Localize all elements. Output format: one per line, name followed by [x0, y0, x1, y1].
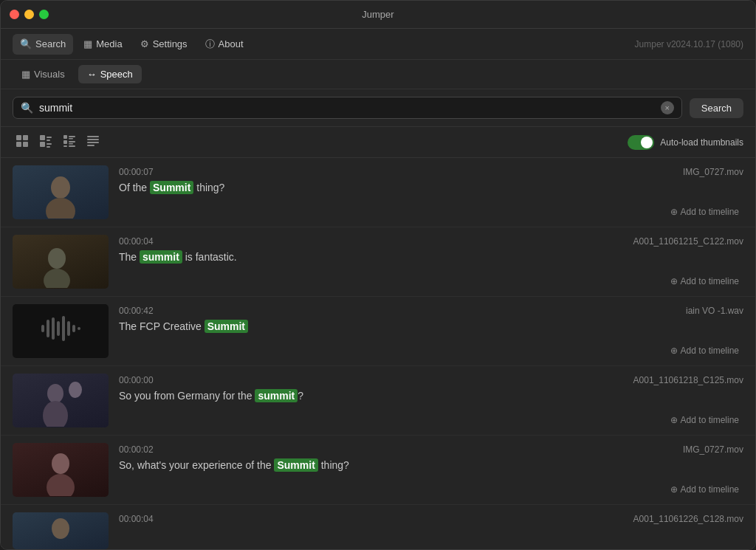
result-meta-row: 00:00:07 IMG_0727.mov: [119, 167, 743, 177]
svg-point-40: [52, 518, 69, 539]
navbar: 🔍 Search ▦ Media ⚙ Settings ⓘ About Jump…: [1, 29, 755, 60]
add-timeline-button[interactable]: ⊕ Add to timeline: [666, 482, 743, 497]
text-before: Of the: [119, 182, 150, 193]
thumb-video-content: [13, 443, 109, 497]
svg-rect-10: [63, 135, 67, 139]
search-input[interactable]: [39, 102, 655, 114]
result-text: The summit is fantastic.: [119, 250, 743, 265]
add-timeline-icon: ⊕: [670, 207, 678, 217]
thumb-video-content: [13, 512, 109, 549]
highlight-word: Summit: [205, 320, 248, 333]
result-meta-row: 00:00:42 iain VO -1.wav: [119, 306, 743, 316]
visuals-tab-label: Visuals: [34, 69, 65, 80]
result-meta-row: 00:00:04 A001_11061215_C122.mov: [119, 236, 743, 247]
svg-rect-28: [47, 320, 49, 337]
nav-search[interactable]: 🔍 Search: [13, 34, 73, 55]
view-list2-button[interactable]: [60, 131, 79, 153]
speech-tab-icon: ↔: [87, 69, 97, 80]
result-text: So, what's your experience of the Summit…: [119, 458, 743, 473]
svg-rect-8: [47, 143, 52, 145]
text-after: is fantastic.: [182, 251, 237, 263]
result-content: 00:00:04 A001_11061226_C128.mov: [119, 512, 743, 549]
svg-rect-1: [23, 135, 28, 140]
maximize-button[interactable]: [39, 10, 49, 19]
add-timeline-label: Add to timeline: [681, 346, 739, 356]
media-nav-icon: ▦: [83, 38, 92, 49]
result-item[interactable]: 00:00:02 IMG_0727.mov So, what's your ex…: [1, 436, 755, 505]
result-item[interactable]: 00:00:04 A001_11061215_C122.mov The summ…: [1, 227, 755, 297]
result-text: Of the Summit thing?: [119, 180, 743, 196]
visuals-tab-icon: ▦: [21, 69, 30, 80]
svg-rect-12: [69, 138, 73, 140]
result-item[interactable]: 00:00:04 A001_11061226_C128.mov: [1, 505, 755, 550]
add-timeline-label: Add to timeline: [681, 415, 739, 425]
svg-rect-15: [69, 143, 73, 145]
text-before: So you from Germany for the: [119, 390, 255, 402]
svg-point-36: [43, 401, 68, 427]
tab-visuals[interactable]: ▦ Visuals: [13, 65, 74, 83]
svg-rect-5: [47, 137, 52, 138]
nav-media-label: Media: [96, 38, 122, 49]
autoload-toggle[interactable]: [628, 135, 654, 150]
result-filename: A001_11061226_C128.mov: [633, 514, 743, 524]
result-time: 00:00:04: [119, 236, 154, 247]
add-timeline-button[interactable]: ⊕ Add to timeline: [666, 274, 743, 289]
thumbnail: [13, 443, 109, 497]
add-timeline-button[interactable]: ⊕ Add to timeline: [666, 204, 743, 219]
view-list3-button[interactable]: [83, 131, 103, 153]
add-timeline-icon: ⊕: [670, 346, 678, 356]
add-timeline-button[interactable]: ⊕ Add to timeline: [666, 343, 743, 358]
svg-point-38: [52, 453, 69, 474]
thumb-video-content: [13, 165, 109, 219]
autoload-toggle-wrap: Auto-load thumbnails: [628, 135, 743, 150]
text-before: So, what's your experience of the: [119, 459, 274, 471]
highlight-word: summit: [255, 389, 298, 402]
result-filename: iain VO -1.wav: [686, 306, 743, 316]
add-timeline-icon: ⊕: [670, 276, 678, 286]
thumbnail: [13, 304, 109, 358]
result-time: 00:00:04: [119, 514, 154, 524]
app-title: Jumper: [362, 9, 394, 20]
view-list1-button[interactable]: [36, 131, 55, 153]
result-text: The FCP Creative Summit: [119, 319, 743, 334]
speech-tab-label: Speech: [100, 69, 133, 80]
view-grid-button[interactable]: [13, 131, 32, 153]
svg-rect-18: [87, 136, 99, 137]
clear-search-button[interactable]: ×: [661, 101, 674, 114]
result-content: 00:00:00 A001_11061218_C125.mov So you f…: [119, 374, 743, 427]
result-filename: A001_11061218_C125.mov: [633, 375, 743, 385]
highlight-word: Summit: [150, 181, 193, 194]
search-icon: 🔍: [21, 102, 33, 114]
result-content: 00:00:07 IMG_0727.mov Of the Summit thin…: [119, 165, 743, 219]
svg-point-39: [47, 474, 75, 496]
result-time: 00:00:00: [119, 375, 154, 385]
thumb-audio-content: [38, 314, 83, 348]
thumbnail: [13, 374, 109, 427]
settings-nav-icon: ⚙: [140, 38, 149, 49]
thumbnail: [13, 512, 109, 549]
text-before: The: [119, 251, 140, 263]
result-item[interactable]: 00:00:00 A001_11061218_C125.mov So you f…: [1, 366, 755, 436]
nav-settings[interactable]: ⚙ Settings: [133, 34, 195, 55]
result-time: 00:00:42: [119, 306, 154, 316]
minimize-button[interactable]: [24, 10, 34, 19]
tab-speech[interactable]: ↔ Speech: [78, 65, 142, 83]
svg-rect-0: [16, 135, 21, 140]
nav-about-label: About: [219, 38, 244, 49]
svg-rect-31: [62, 316, 65, 341]
add-timeline-button[interactable]: ⊕ Add to timeline: [666, 413, 743, 427]
results-list: 00:00:07 IMG_0727.mov Of the Summit thin…: [1, 158, 755, 550]
svg-point-37: [69, 382, 82, 398]
result-item[interactable]: 00:00:42 iain VO -1.wav The FCP Creative…: [1, 297, 755, 366]
close-button[interactable]: [10, 10, 19, 19]
search-button[interactable]: Search: [690, 98, 743, 118]
add-timeline-label: Add to timeline: [681, 207, 739, 217]
highlight-word: summit: [140, 250, 182, 264]
result-item[interactable]: 00:00:07 IMG_0727.mov Of the Summit thin…: [1, 158, 755, 227]
tabbar: ▦ Visuals ↔ Speech: [1, 60, 755, 89]
nav-about[interactable]: ⓘ About: [198, 34, 251, 55]
traffic-lights: [10, 10, 49, 19]
svg-rect-6: [47, 140, 50, 141]
text-after: thing?: [318, 459, 349, 471]
nav-media[interactable]: ▦ Media: [76, 34, 129, 55]
